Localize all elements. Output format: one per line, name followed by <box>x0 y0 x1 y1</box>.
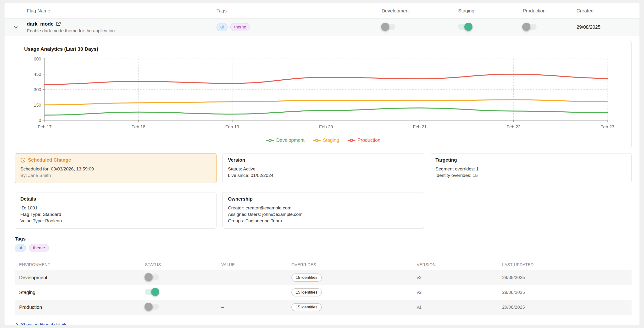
details-card: Details ID: 1001 Flag Type: Standard Val… <box>15 192 216 229</box>
toggle-knob <box>151 288 159 296</box>
svg-text:Feb 20: Feb 20 <box>319 124 333 129</box>
tag-pill-ui[interactable]: ui <box>15 244 26 252</box>
legend-marker-icon <box>313 139 321 142</box>
col-staging: Staging <box>458 8 523 14</box>
flag-row-dark-mode: dark_mode Enable dark mode theme for the… <box>4 19 640 36</box>
version-card: Version Status: Active Live since: 01/02… <box>222 153 424 183</box>
col-status: STATUS <box>145 263 221 267</box>
usage-analytics-chart: 0150300450600Feb 17Feb 18Feb 19Feb 20Feb… <box>21 55 626 136</box>
environment-row: Development – 15 identities v2 29/08/202… <box>15 270 632 285</box>
ownership-creator: Creator: creator@example.com <box>228 205 419 211</box>
col-flag-name: Flag Name <box>27 8 216 14</box>
svg-text:450: 450 <box>34 72 41 77</box>
toggle-knob <box>144 273 153 281</box>
env-overrides-badge[interactable]: 15 identities <box>292 274 322 282</box>
env-last-updated: 29/08/2025 <box>502 305 632 310</box>
env-value: – <box>221 275 292 281</box>
flag-details-panel: Usage Analytics (Last 30 Days) 015030045… <box>4 36 640 325</box>
environment-row: Staging – 15 identities v2 29/08/2025 <box>15 285 632 300</box>
flag-toggle-staging[interactable] <box>458 24 472 30</box>
svg-text:Feb 21: Feb 21 <box>413 124 427 129</box>
segment-overrides: Segment overrides: 1 <box>436 166 626 172</box>
svg-text:600: 600 <box>34 56 41 61</box>
usage-analytics-card: Usage Analytics (Last 30 Days) 015030045… <box>15 41 632 148</box>
col-production: Production <box>523 8 576 14</box>
show-additional-details-link[interactable]: Show additional details <box>15 322 67 325</box>
scheduled-by-text: By: Jane Smith <box>20 172 211 179</box>
svg-text:0: 0 <box>39 118 41 123</box>
scheduled-for-text: Scheduled for: 03/03/2026, 13:59:09 <box>20 166 211 172</box>
env-name: Staging <box>19 290 145 295</box>
env-status-toggle[interactable] <box>145 274 159 280</box>
scheduled-change-title: Scheduled Change <box>20 157 211 163</box>
env-last-updated: 29/08/2025 <box>502 275 632 280</box>
env-version: v2 <box>417 275 502 280</box>
col-created: Created <box>576 8 640 14</box>
ownership-card-title: Ownership <box>228 196 419 202</box>
flag-name-link[interactable]: dark_mode <box>27 21 216 27</box>
clock-icon <box>20 158 26 163</box>
summary-cards-row-2: Details ID: 1001 Flag Type: Standard Val… <box>15 192 632 229</box>
svg-text:300: 300 <box>34 87 41 92</box>
svg-text:Feb 17: Feb 17 <box>38 124 52 129</box>
env-version: v2 <box>417 290 502 295</box>
toggle-knob <box>464 23 472 31</box>
legend-item-development[interactable]: Development <box>266 137 304 143</box>
tag-pill-theme[interactable]: theme <box>230 23 250 31</box>
legend-item-production[interactable]: Production <box>347 137 380 143</box>
svg-text:Feb 23: Feb 23 <box>600 124 614 129</box>
col-environment: ENVIRONMENT <box>19 263 145 267</box>
col-version: VERSION <box>417 263 502 267</box>
legend-marker-icon <box>266 139 274 142</box>
targeting-card: Targeting Segment overrides: 1 Identity … <box>430 153 632 183</box>
flag-table-header: Flag Name Tags Development Staging Produ… <box>4 3 640 19</box>
scheduled-change-card: Scheduled Change Scheduled for: 03/03/20… <box>15 153 216 183</box>
env-overrides-badge[interactable]: 15 identities <box>292 288 322 297</box>
flag-toggle-development[interactable] <box>382 24 396 30</box>
col-tags: Tags <box>216 8 382 14</box>
ownership-assigned-users: Assigned Users: john@example.com <box>228 211 419 218</box>
tag-pill-theme[interactable]: theme <box>29 244 49 252</box>
svg-text:Feb 22: Feb 22 <box>507 124 520 129</box>
expand-chevron[interactable] <box>4 24 27 30</box>
tags-section-pills: uitheme <box>15 244 632 252</box>
details-card-title: Details <box>20 196 211 202</box>
details-id: ID: 1001 <box>20 205 211 211</box>
col-value: VALUE <box>221 263 292 267</box>
toggle-knob <box>144 303 153 311</box>
tag-pill-ui[interactable]: ui <box>216 23 228 31</box>
svg-text:Feb 18: Feb 18 <box>132 124 146 129</box>
targeting-card-title: Targeting <box>436 157 626 163</box>
details-flag-type: Flag Type: Standard <box>20 211 211 218</box>
identity-overrides: Identity overrides: 15 <box>436 172 626 179</box>
ownership-groups: Groups: Engineering Team <box>228 218 419 224</box>
toggle-knob <box>381 23 389 31</box>
feature-flag-panel: Flag Name Tags Development Staging Produ… <box>4 3 640 325</box>
col-development: Development <box>382 8 458 14</box>
env-name: Development <box>19 275 145 281</box>
version-card-title: Version <box>228 157 419 163</box>
env-name: Production <box>19 305 145 310</box>
env-version: v1 <box>417 305 502 310</box>
flag-row-tags: uitheme <box>216 23 382 31</box>
chart-title: Usage Analytics (Last 30 Days) <box>21 46 626 55</box>
env-status-toggle[interactable] <box>145 289 159 295</box>
legend-marker-icon <box>347 139 356 142</box>
toggle-knob <box>522 23 530 31</box>
environments-table-header: ENVIRONMENT STATUS VALUE OVERRIDES VERSI… <box>15 260 632 270</box>
flag-description: Enable dark mode theme for the applicati… <box>27 28 216 33</box>
svg-text:Feb 19: Feb 19 <box>225 124 239 129</box>
env-status-toggle[interactable] <box>145 304 159 310</box>
environments-table-body: Development – 15 identities v2 29/08/202… <box>15 270 632 315</box>
svg-text:150: 150 <box>34 103 41 108</box>
env-last-updated: 29/08/2025 <box>502 290 632 295</box>
flag-created-date: 29/08/2025 <box>576 24 640 30</box>
tags-section-title: Tags <box>15 236 632 242</box>
tags-section: Tags uitheme <box>15 236 632 252</box>
ownership-card: Ownership Creator: creator@example.com A… <box>222 192 424 229</box>
legend-item-staging[interactable]: Staging <box>313 137 339 143</box>
flag-toggle-production[interactable] <box>523 24 536 30</box>
flag-name: dark_mode <box>27 21 54 27</box>
col-last-updated: LAST UPDATED <box>502 263 632 267</box>
env-overrides-badge[interactable]: 15 identities <box>292 303 322 311</box>
